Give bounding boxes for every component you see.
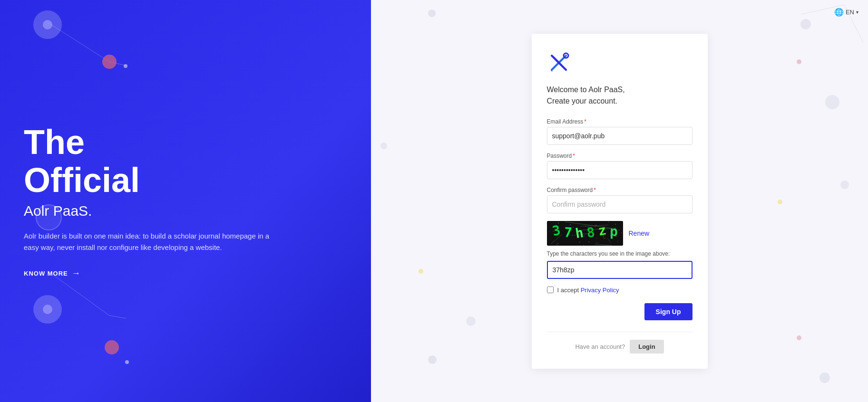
deco-circle-bl xyxy=(428,355,437,364)
caret-down-icon: ▾ xyxy=(856,10,858,15)
deco-dot1 xyxy=(124,64,127,68)
login-button[interactable]: Login xyxy=(630,340,663,354)
login-row: Have an account? Login xyxy=(547,332,692,354)
know-more-label: KNOW MORE xyxy=(24,270,68,277)
deco-circle-r1 xyxy=(825,95,839,109)
email-input[interactable] xyxy=(547,127,692,145)
captcha-input[interactable] xyxy=(547,261,692,279)
email-label: Email Address* xyxy=(547,118,692,125)
svg-line-3 xyxy=(109,316,126,318)
captcha-row: Renew xyxy=(547,221,692,246)
captcha-image xyxy=(547,221,623,246)
deco-circle-mid-r xyxy=(840,181,849,189)
deco-circle-tr xyxy=(800,19,811,29)
deco-circle-top xyxy=(33,10,62,39)
renew-link[interactable]: Renew xyxy=(629,230,650,237)
know-more-button[interactable]: KNOW MORE → xyxy=(24,268,81,278)
lang-label: EN xyxy=(846,9,854,16)
arrow-icon: → xyxy=(72,268,81,278)
confirm-password-label: Confirm password* xyxy=(547,187,692,193)
privacy-checkbox[interactable] xyxy=(547,287,554,293)
signup-button[interactable]: Sign Up xyxy=(644,303,692,320)
deco-dot-yellow xyxy=(419,269,423,274)
have-account-text: Have an account? xyxy=(575,343,625,350)
deco-circle-bottom xyxy=(33,295,62,324)
deco-dot2 xyxy=(125,360,129,364)
email-field-group: Email Address* xyxy=(547,118,692,145)
language-selector[interactable]: 🌐 EN ▾ xyxy=(834,8,858,17)
password-label: Password* xyxy=(547,153,692,159)
signup-card: Welcome to Aolr PaaS, Create your accoun… xyxy=(532,34,708,369)
confirm-password-field-group: Confirm password* xyxy=(547,187,692,213)
deco-dot-pink xyxy=(797,59,801,64)
welcome-text: Welcome to Aolr PaaS, Create your accoun… xyxy=(547,84,692,107)
password-field-group: Password* xyxy=(547,153,692,179)
captcha-hint: Type the characters you see in the image… xyxy=(547,250,692,257)
left-text-block: The Official Aolr PaaS. Aolr builder is … xyxy=(24,124,347,278)
logo-svg xyxy=(547,51,571,75)
logo-icon xyxy=(547,51,692,77)
password-input[interactable] xyxy=(547,161,692,179)
deco-circle-mid2 xyxy=(105,340,119,354)
deco-circle-mid1 xyxy=(102,55,117,69)
deco-circle-lm xyxy=(380,143,387,149)
deco-circle-bm xyxy=(466,316,476,326)
left-panel: The Official Aolr PaaS. Aolr builder is … xyxy=(0,0,371,402)
privacy-label[interactable]: I accept Privacy Policy xyxy=(557,287,619,294)
left-description: Aolr builder is built on one main idea: … xyxy=(24,230,271,253)
privacy-checkbox-row: I accept Privacy Policy xyxy=(547,287,692,294)
globe-icon: 🌐 xyxy=(834,8,844,17)
confirm-password-input[interactable] xyxy=(547,195,692,213)
deco-circle-tl xyxy=(428,10,436,17)
deco-dot-pink2 xyxy=(797,335,801,340)
deco-circle-br xyxy=(819,373,830,383)
privacy-policy-link[interactable]: Privacy Policy xyxy=(581,287,619,294)
deco-dot-yellow2 xyxy=(778,200,782,204)
captcha-canvas xyxy=(547,221,623,246)
left-subtitle: Aolr PaaS. xyxy=(24,203,347,219)
left-title-line1: The Official xyxy=(24,124,347,199)
signup-button-row: Sign Up xyxy=(547,303,692,328)
right-panel: 🌐 EN ▾ xyxy=(371,0,868,402)
